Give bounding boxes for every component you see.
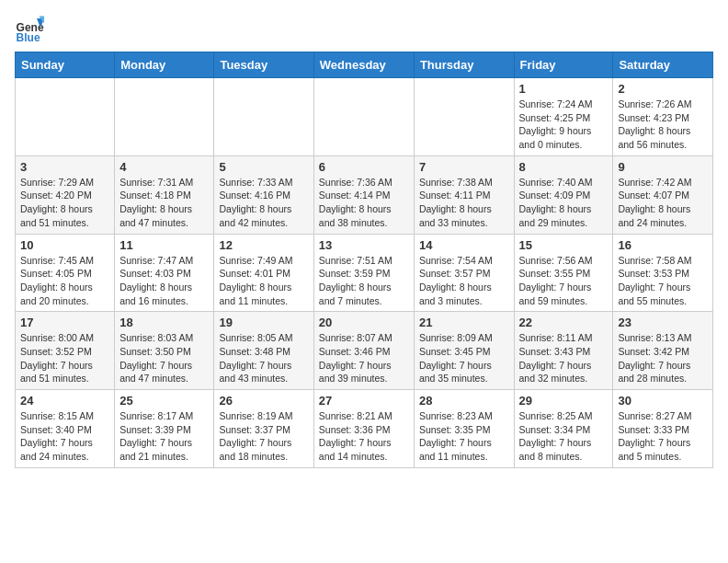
- day-info: Sunrise: 7:58 AMSunset: 3:53 PMDaylight:…: [618, 254, 708, 308]
- day-info: Sunrise: 7:38 AMSunset: 4:11 PMDaylight:…: [419, 176, 509, 230]
- day-info: Sunrise: 7:31 AMSunset: 4:18 PMDaylight:…: [119, 176, 209, 230]
- day-info: Sunrise: 8:25 AMSunset: 3:34 PMDaylight:…: [519, 409, 609, 464]
- calendar-cell: 28Sunrise: 8:23 AMSunset: 3:35 PMDayligh…: [414, 390, 514, 468]
- day-header-saturday: Saturday: [613, 52, 713, 78]
- day-number: 24: [20, 394, 109, 408]
- day-number: 20: [319, 316, 409, 329]
- calendar-cell: 29Sunrise: 8:25 AMSunset: 3:34 PMDayligh…: [514, 390, 613, 468]
- calendar-cell: 9Sunrise: 7:42 AMSunset: 4:07 PMDaylight…: [613, 155, 713, 234]
- calendar-week-row: 1Sunrise: 7:24 AMSunset: 4:25 PMDaylight…: [16, 78, 713, 156]
- day-number: 1: [519, 82, 609, 96]
- calendar-cell: 21Sunrise: 8:09 AMSunset: 3:45 PMDayligh…: [414, 312, 514, 390]
- day-info: Sunrise: 8:11 AMSunset: 3:43 PMDaylight:…: [519, 331, 609, 385]
- calendar-cell: 12Sunrise: 7:49 AMSunset: 4:01 PMDayligh…: [214, 234, 313, 312]
- calendar-cell: [16, 78, 115, 156]
- day-number: 15: [519, 238, 609, 252]
- day-info: Sunrise: 7:47 AMSunset: 4:03 PMDaylight:…: [119, 254, 209, 308]
- day-number: 13: [319, 238, 409, 252]
- day-number: 10: [20, 238, 109, 252]
- calendar-week-row: 3Sunrise: 7:29 AMSunset: 4:20 PMDaylight…: [16, 155, 713, 234]
- calendar-cell: 13Sunrise: 7:51 AMSunset: 3:59 PMDayligh…: [313, 234, 414, 312]
- day-info: Sunrise: 8:07 AMSunset: 3:46 PMDaylight:…: [319, 331, 409, 385]
- day-info: Sunrise: 8:27 AMSunset: 3:33 PMDaylight:…: [618, 409, 708, 464]
- calendar-cell: [214, 78, 313, 156]
- calendar-cell: 7Sunrise: 7:38 AMSunset: 4:11 PMDaylight…: [414, 155, 514, 234]
- day-info: Sunrise: 8:17 AMSunset: 3:39 PMDaylight:…: [119, 409, 209, 464]
- day-info: Sunrise: 7:45 AMSunset: 4:05 PMDaylight:…: [20, 254, 109, 308]
- day-info: Sunrise: 8:23 AMSunset: 3:35 PMDaylight:…: [419, 409, 509, 464]
- day-header-friday: Friday: [514, 52, 613, 78]
- day-info: Sunrise: 8:05 AMSunset: 3:48 PMDaylight:…: [219, 331, 308, 385]
- day-header-sunday: Sunday: [16, 52, 115, 78]
- day-number: 14: [419, 238, 509, 252]
- day-number: 26: [219, 394, 308, 408]
- calendar-cell: 11Sunrise: 7:47 AMSunset: 4:03 PMDayligh…: [115, 234, 214, 312]
- calendar-cell: 18Sunrise: 8:03 AMSunset: 3:50 PMDayligh…: [115, 312, 214, 390]
- calendar-cell: 5Sunrise: 7:33 AMSunset: 4:16 PMDaylight…: [214, 155, 313, 234]
- calendar-cell: 15Sunrise: 7:56 AMSunset: 3:55 PMDayligh…: [514, 234, 613, 312]
- day-number: 8: [519, 160, 609, 174]
- day-header-wednesday: Wednesday: [313, 52, 414, 78]
- day-number: 23: [618, 316, 708, 329]
- day-number: 6: [319, 160, 409, 174]
- day-number: 2: [618, 82, 708, 96]
- day-info: Sunrise: 7:54 AMSunset: 3:57 PMDaylight:…: [419, 254, 509, 308]
- day-number: 29: [519, 394, 609, 408]
- day-info: Sunrise: 7:24 AMSunset: 4:25 PMDaylight:…: [519, 98, 609, 152]
- calendar-cell: 16Sunrise: 7:58 AMSunset: 3:53 PMDayligh…: [613, 234, 713, 312]
- calendar-cell: 8Sunrise: 7:40 AMSunset: 4:09 PMDaylight…: [514, 155, 613, 234]
- day-header-tuesday: Tuesday: [214, 52, 313, 78]
- calendar-cell: [115, 78, 214, 156]
- day-number: 7: [419, 160, 509, 174]
- logo: General Blue: [15, 15, 44, 44]
- day-header-monday: Monday: [115, 52, 214, 78]
- day-number: 27: [319, 394, 409, 408]
- calendar-cell: 24Sunrise: 8:15 AMSunset: 3:40 PMDayligh…: [16, 390, 115, 468]
- day-number: 30: [618, 394, 708, 408]
- calendar-cell: 26Sunrise: 8:19 AMSunset: 3:37 PMDayligh…: [214, 390, 313, 468]
- day-number: 16: [618, 238, 708, 252]
- day-info: Sunrise: 8:03 AMSunset: 3:50 PMDaylight:…: [119, 331, 209, 385]
- day-number: 9: [618, 160, 708, 174]
- day-number: 4: [119, 160, 209, 174]
- day-info: Sunrise: 7:33 AMSunset: 4:16 PMDaylight:…: [219, 176, 308, 230]
- calendar-week-row: 17Sunrise: 8:00 AMSunset: 3:52 PMDayligh…: [16, 312, 713, 390]
- day-info: Sunrise: 7:29 AMSunset: 4:20 PMDaylight:…: [20, 176, 109, 230]
- calendar-cell: 1Sunrise: 7:24 AMSunset: 4:25 PMDaylight…: [514, 78, 613, 156]
- calendar-cell: 20Sunrise: 8:07 AMSunset: 3:46 PMDayligh…: [313, 312, 414, 390]
- calendar-cell: 14Sunrise: 7:54 AMSunset: 3:57 PMDayligh…: [414, 234, 514, 312]
- day-info: Sunrise: 7:26 AMSunset: 4:23 PMDaylight:…: [618, 98, 708, 152]
- calendar-cell: 4Sunrise: 7:31 AMSunset: 4:18 PMDaylight…: [115, 155, 214, 234]
- svg-text:Blue: Blue: [17, 31, 40, 44]
- day-number: 11: [119, 238, 209, 252]
- day-number: 17: [20, 316, 109, 329]
- day-info: Sunrise: 7:40 AMSunset: 4:09 PMDaylight:…: [519, 176, 609, 230]
- calendar-cell: 23Sunrise: 8:13 AMSunset: 3:42 PMDayligh…: [613, 312, 713, 390]
- day-info: Sunrise: 8:19 AMSunset: 3:37 PMDaylight:…: [219, 409, 308, 464]
- day-number: 18: [119, 316, 209, 329]
- day-info: Sunrise: 8:13 AMSunset: 3:42 PMDaylight:…: [618, 331, 708, 385]
- calendar-header-row: SundayMondayTuesdayWednesdayThursdayFrid…: [16, 52, 713, 78]
- calendar-table: SundayMondayTuesdayWednesdayThursdayFrid…: [15, 52, 713, 468]
- day-number: 3: [20, 160, 109, 174]
- calendar-cell: [414, 78, 514, 156]
- calendar-cell: 19Sunrise: 8:05 AMSunset: 3:48 PMDayligh…: [214, 312, 313, 390]
- day-info: Sunrise: 7:56 AMSunset: 3:55 PMDaylight:…: [519, 254, 609, 308]
- day-info: Sunrise: 7:49 AMSunset: 4:01 PMDaylight:…: [219, 254, 308, 308]
- calendar-cell: 30Sunrise: 8:27 AMSunset: 3:33 PMDayligh…: [613, 390, 713, 468]
- day-info: Sunrise: 7:36 AMSunset: 4:14 PMDaylight:…: [319, 176, 409, 230]
- calendar-cell: 6Sunrise: 7:36 AMSunset: 4:14 PMDaylight…: [313, 155, 414, 234]
- logo-icon: General Blue: [15, 15, 44, 44]
- calendar-week-row: 10Sunrise: 7:45 AMSunset: 4:05 PMDayligh…: [16, 234, 713, 312]
- calendar-cell: 3Sunrise: 7:29 AMSunset: 4:20 PMDaylight…: [16, 155, 115, 234]
- day-number: 21: [419, 316, 509, 329]
- calendar-week-row: 24Sunrise: 8:15 AMSunset: 3:40 PMDayligh…: [16, 390, 713, 468]
- day-number: 19: [219, 316, 308, 329]
- day-info: Sunrise: 7:51 AMSunset: 3:59 PMDaylight:…: [319, 254, 409, 308]
- calendar-cell: 25Sunrise: 8:17 AMSunset: 3:39 PMDayligh…: [115, 390, 214, 468]
- day-number: 12: [219, 238, 308, 252]
- day-info: Sunrise: 8:21 AMSunset: 3:36 PMDaylight:…: [319, 409, 409, 464]
- calendar-cell: 17Sunrise: 8:00 AMSunset: 3:52 PMDayligh…: [16, 312, 115, 390]
- calendar-cell: 10Sunrise: 7:45 AMSunset: 4:05 PMDayligh…: [16, 234, 115, 312]
- calendar-cell: 27Sunrise: 8:21 AMSunset: 3:36 PMDayligh…: [313, 390, 414, 468]
